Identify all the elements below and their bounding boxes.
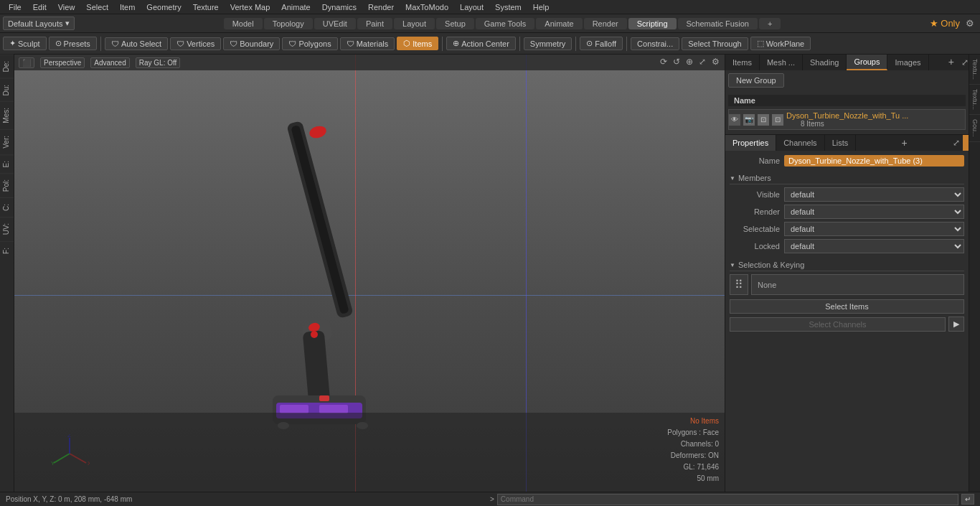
panel-tab-shading[interactable]: Shading	[803, 55, 847, 70]
visible-row: Visible default	[730, 187, 964, 202]
command-input[interactable]	[497, 494, 958, 505]
tab-topology[interactable]: Topology	[264, 18, 313, 29]
right-edge-tab-texture2[interactable]: Textu...	[969, 85, 980, 115]
group-lock-icon[interactable]: ⊡	[758, 114, 769, 126]
workplane-button[interactable]: ⬚ WorkPlane	[750, 37, 811, 50]
symmetry-button[interactable]: Symmetry	[524, 37, 573, 50]
presets-button[interactable]: ⊙ Presets	[49, 37, 97, 50]
tab-model[interactable]: Model	[224, 18, 263, 29]
menu-help[interactable]: Help	[527, 0, 555, 14]
sk-section-header[interactable]: ▼ Selection & Keying	[730, 259, 964, 271]
select-channels-button[interactable]: Select Channels	[730, 317, 946, 332]
viewport-raygl-button[interactable]: Ray GL: Off	[136, 57, 181, 68]
menu-layout[interactable]: Layout	[454, 0, 489, 14]
tab-animate[interactable]: Animate	[536, 18, 582, 29]
position-display: Position X, Y, Z: 0 m, 208 mm, -648 mm	[6, 495, 490, 503]
new-group-button[interactable]: New Group	[728, 73, 784, 88]
viewport-orbit-icon[interactable]: ⟳	[658, 56, 669, 67]
menu-animate[interactable]: Animate	[275, 0, 316, 14]
tab-setup[interactable]: Setup	[436, 18, 474, 29]
left-tab-du[interactable]: Du:	[0, 78, 14, 102]
viewport[interactable]: ⬛ Perspective Advanced Ray GL: Off ⟳ ↺ ⊕…	[14, 55, 725, 492]
menu-render[interactable]: Render	[362, 0, 400, 14]
group-row[interactable]: 👁 📷 ⊡ ⊡ Dyson_Turbine_Nozzle_with_Tu ...…	[728, 109, 966, 130]
materials-button[interactable]: 🛡 Materials	[340, 37, 395, 50]
menu-file[interactable]: File	[3, 0, 27, 14]
viewport-pan-icon[interactable]: ↺	[671, 56, 682, 67]
menu-item[interactable]: Item	[114, 0, 141, 14]
props-tab-lists[interactable]: Lists	[825, 135, 857, 151]
left-tab-ver[interactable]: Ver:	[0, 129, 14, 154]
left-tab-c[interactable]: C:	[0, 197, 14, 217]
tab-game-tools[interactable]: Game Tools	[476, 18, 535, 29]
viewport-fullscreen-icon[interactable]: ⤢	[697, 56, 708, 67]
right-edge-tab-texture1[interactable]: Textu...	[969, 55, 980, 85]
group-expand-icon[interactable]: ⊡	[772, 114, 783, 126]
visible-select[interactable]: default	[784, 187, 964, 202]
menu-edit[interactable]: Edit	[27, 0, 52, 14]
group-visible-toggle[interactable]: 👁	[729, 114, 740, 126]
render-select[interactable]: default	[784, 205, 964, 219]
props-tab-properties[interactable]: Properties	[725, 135, 776, 151]
menu-view[interactable]: View	[52, 0, 81, 14]
left-tab-e[interactable]: E:	[0, 154, 14, 173]
star-only-button[interactable]: ★ Only	[930, 18, 960, 29]
tab-schematic-fusion[interactable]: Schematic Fusion	[678, 18, 758, 29]
menu-dynamics[interactable]: Dynamics	[316, 0, 362, 14]
locked-select[interactable]: default	[784, 239, 964, 253]
action-center-button[interactable]: ⊕ Action Center	[446, 37, 516, 50]
props-expand-icon[interactable]: ⤢	[953, 138, 960, 148]
members-section-header[interactable]: ▼ Members	[730, 172, 964, 184]
left-tab-pol[interactable]: Pol:	[0, 173, 14, 197]
sk-grid-button[interactable]: ⠿	[730, 274, 748, 295]
left-tab-mes[interactable]: Mes:	[0, 101, 14, 129]
tab-layout[interactable]: Layout	[394, 18, 435, 29]
panel-collapse-icon[interactable]: ⤢	[961, 57, 969, 67]
selectable-select[interactable]: default	[784, 222, 964, 236]
panel-tab-images[interactable]: Images	[887, 55, 928, 70]
tab-paint[interactable]: Paint	[357, 18, 392, 29]
name-row: Name	[730, 155, 964, 167]
vertices-button[interactable]: 🛡 Vertices	[170, 37, 221, 50]
select-through-button[interactable]: Select Through	[682, 37, 748, 50]
sk-arrow-button[interactable]: ▶	[948, 317, 964, 332]
left-tab-de[interactable]: De:	[0, 55, 14, 78]
constraints-button[interactable]: Constrai...	[631, 37, 679, 50]
menu-vertex-map[interactable]: Vertex Map	[225, 0, 276, 14]
select-items-button[interactable]: Select Items	[730, 299, 964, 314]
panel-tab-groups[interactable]: Groups	[847, 55, 887, 70]
falloff-button[interactable]: ⊙ Falloff	[580, 37, 623, 50]
left-tab-f[interactable]: F:	[0, 241, 14, 260]
viewport-mode-button[interactable]: Perspective	[40, 57, 85, 68]
menu-system[interactable]: System	[489, 0, 527, 14]
tab-add[interactable]: +	[759, 18, 781, 29]
left-tab-uv[interactable]: UV:	[0, 217, 14, 240]
boundary-button[interactable]: 🛡 Boundary	[223, 37, 280, 50]
menu-texture[interactable]: Texture	[187, 0, 225, 14]
menu-select[interactable]: Select	[80, 0, 114, 14]
props-tab-add-button[interactable]: +	[897, 137, 912, 149]
gear-button[interactable]: ⚙	[963, 18, 977, 29]
menu-geometry[interactable]: Geometry	[141, 0, 187, 14]
tab-uvedit[interactable]: UVEdit	[314, 18, 356, 29]
name-input[interactable]	[784, 155, 964, 167]
right-edge-tab-gou[interactable]: Gou...	[969, 115, 980, 142]
props-tab-channels[interactable]: Channels	[776, 135, 824, 151]
command-run-button[interactable]: ↵	[961, 494, 974, 505]
sculpt-button[interactable]: ✦ Sculpt	[3, 37, 47, 50]
panel-tab-mesh[interactable]: Mesh ...	[760, 55, 803, 70]
tab-scripting[interactable]: Scripting	[628, 18, 677, 29]
viewport-maximize-button[interactable]: ⬛	[19, 57, 34, 68]
tab-render[interactable]: Render	[584, 18, 627, 29]
viewport-settings-icon[interactable]: ⚙	[710, 56, 722, 67]
layout-dropdown[interactable]: Default Layouts ▾	[3, 17, 75, 30]
auto-select-button[interactable]: 🛡 Auto Select	[105, 37, 168, 50]
group-render-icon[interactable]: 📷	[743, 114, 755, 126]
panel-tab-items[interactable]: Items	[725, 55, 760, 70]
polygons-button[interactable]: 🛡 Polygons	[282, 37, 337, 50]
panel-tab-add-button[interactable]: +	[944, 55, 958, 70]
items-button[interactable]: ⬡ Items	[397, 37, 438, 50]
viewport-zoom-in-icon[interactable]: ⊕	[684, 56, 695, 67]
menu-max-to-modo[interactable]: MaxToModo	[400, 0, 454, 14]
viewport-shading-button[interactable]: Advanced	[90, 57, 129, 68]
